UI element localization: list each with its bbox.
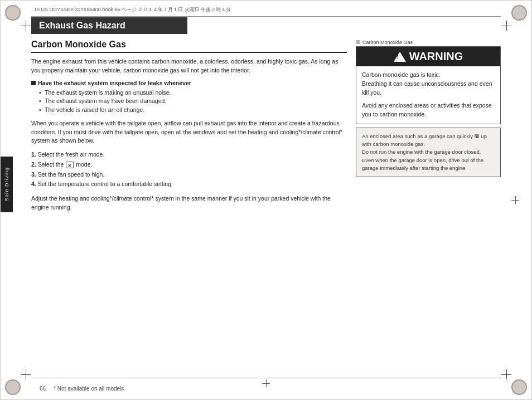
crosshair-br bbox=[501, 369, 511, 379]
bullet-list: The exhaust system is making an unusual … bbox=[39, 89, 347, 115]
decoration-line-bottom bbox=[31, 378, 501, 378]
decoration-line-top bbox=[31, 16, 501, 17]
left-column: Carbon Monoxide Gas The engine exhaust f… bbox=[31, 40, 347, 377]
step-3: 3. Set the fan speed to high. bbox=[31, 170, 347, 179]
corner-circle-br bbox=[511, 379, 527, 395]
corner-circle-tl bbox=[5, 5, 21, 21]
footnote-text: * Not available on all models bbox=[54, 386, 124, 392]
square-bullet-icon bbox=[31, 81, 36, 85]
step-2-text: Select the ⊠ mode. bbox=[38, 161, 93, 168]
info-box-text: An enclosed area such as a garage can qu… bbox=[362, 133, 487, 171]
step-2: 2. Select the ⊠ mode. bbox=[31, 160, 347, 169]
right-column: ☒ Carbon Monoxide Gas WARNING Carbon mon… bbox=[356, 40, 501, 377]
warning-box: WARNING Carbon monoxide gas is toxic.Bre… bbox=[356, 46, 501, 124]
article-title: Carbon Monoxide Gas bbox=[31, 40, 347, 53]
crosshair-bl bbox=[21, 369, 31, 379]
info-box: An enclosed area such as a garage can qu… bbox=[356, 128, 501, 177]
warning-checkbox-icon: ☒ bbox=[356, 40, 360, 45]
step-2-num: 2. bbox=[31, 161, 36, 168]
page-number: 66 bbox=[40, 386, 46, 392]
step-1: 1. Select the fresh air mode. bbox=[31, 150, 347, 159]
warning-triangle-icon bbox=[394, 52, 406, 62]
step-1-text: Select the fresh air mode. bbox=[38, 151, 105, 158]
vertical-tab: Safe Driving bbox=[1, 157, 13, 212]
warning-body-text-2: Avoid any enclosed areas or activities t… bbox=[362, 101, 495, 119]
warning-body: Carbon monoxide gas is toxic.Breathing i… bbox=[356, 66, 500, 124]
warning-body-text-1: Carbon monoxide gas is toxic.Breathing i… bbox=[362, 71, 495, 97]
intro-paragraph: The engine exhaust from this vehicle con… bbox=[31, 57, 347, 75]
step-1-num: 1. bbox=[31, 151, 36, 158]
footer: 66 * Not available on all models bbox=[40, 386, 124, 392]
step-4-num: 4. bbox=[31, 181, 36, 187]
vertical-tab-label: Safe Driving bbox=[4, 167, 9, 201]
inline-icon: ⊠ bbox=[66, 162, 74, 168]
banner-title: Exhaust Gas Hazard bbox=[39, 21, 125, 30]
step-3-text: Set the fan speed to high. bbox=[38, 171, 105, 178]
two-column-layout: Carbon Monoxide Gas The engine exhaust f… bbox=[31, 40, 501, 377]
list-item: The exhaust system is making an unusual … bbox=[39, 89, 347, 97]
crosshair-right-center bbox=[511, 196, 519, 204]
step-3-num: 3. bbox=[31, 171, 36, 178]
warning-header: WARNING bbox=[356, 47, 500, 66]
corner-circle-bl bbox=[5, 379, 21, 395]
page: 15 US ODYSSEY-31TK86400.book 66 ページ ２０１４… bbox=[0, 0, 532, 400]
header-banner: Exhaust Gas Hazard bbox=[31, 17, 187, 34]
content-area: Exhaust Gas Hazard Carbon Monoxide Gas T… bbox=[31, 17, 501, 377]
step-4: 4. Set the temperature control to a comf… bbox=[31, 179, 347, 189]
crosshair-tl bbox=[21, 21, 31, 31]
bottom-note: Adjust the heating and cooling*/climate … bbox=[31, 194, 347, 212]
crosshair-tr bbox=[501, 21, 511, 31]
bold-heading: Have the exhaust system inspected for le… bbox=[31, 80, 347, 86]
corner-circle-tr bbox=[511, 5, 527, 21]
step-4-text: Set the temperature control to a comfort… bbox=[38, 181, 173, 187]
meta-text: 15 US ODYSSEY-31TK86400.book 66 ページ ２０１４… bbox=[34, 6, 231, 13]
crosshair-center-bottom bbox=[262, 379, 270, 387]
warning-label-row: ☒ Carbon Monoxide Gas bbox=[356, 40, 501, 45]
warning-title: WARNING bbox=[409, 50, 463, 63]
list-item: The exhaust system may have been damaged… bbox=[39, 97, 347, 106]
top-meta: 15 US ODYSSEY-31TK86400.book 66 ページ ２０１４… bbox=[34, 6, 498, 13]
warning-label-text: Carbon Monoxide Gas bbox=[362, 40, 413, 45]
list-item: The vehicle is raised for an oil change. bbox=[39, 106, 347, 115]
middle-paragraph: When you operate a vehicle with the tail… bbox=[31, 119, 347, 145]
bold-heading-text: Have the exhaust system inspected for le… bbox=[38, 80, 191, 86]
